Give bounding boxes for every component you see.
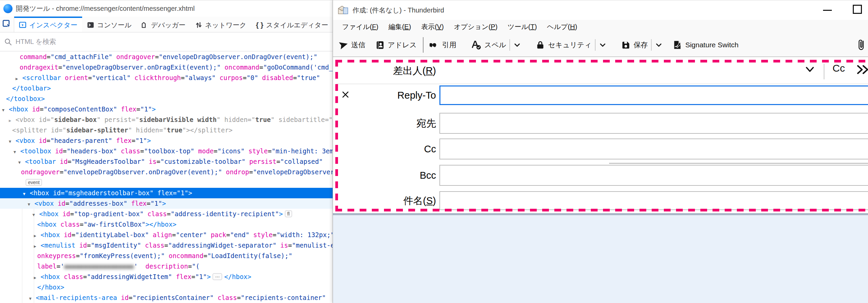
- search-icon: [4, 38, 12, 46]
- cc-toggle-button[interactable]: Cc: [833, 62, 845, 74]
- markup-line[interactable]: ▶<hbox class="addressingWidgetItem" flex…: [0, 272, 333, 282]
- security-dropdown-button[interactable]: [599, 41, 606, 49]
- markup-line[interactable]: ▼<toolbar id="MsgHeadersToolbar" is="cus…: [0, 156, 333, 167]
- devtools-tab-bar: インスペクター コンソール デバッガー ネットワー: [0, 17, 333, 32]
- expand-arrow-open-icon[interactable]: ▼: [32, 210, 39, 220]
- markup-text: =: [243, 74, 246, 81]
- expand-arrow-open-icon[interactable]: ▼: [14, 147, 20, 157]
- cc-input[interactable]: [439, 138, 868, 159]
- devtools-titlebar: 開発ツール - chrome://messenger/content/messe…: [0, 0, 333, 17]
- markup-text: class: [147, 210, 167, 218]
- menu-options[interactable]: オプション(P): [449, 22, 503, 31]
- save-dropdown-button[interactable]: [655, 41, 662, 49]
- markup-line[interactable]: <splitter id="sidebar-splitter" hidden="…: [0, 125, 333, 135]
- markup-text: id: [64, 231, 72, 238]
- expand-arrow-closed-icon[interactable]: ▶: [34, 231, 41, 241]
- markup-text: [276, 242, 280, 249]
- pick-element-button[interactable]: [0, 17, 14, 32]
- markup-line[interactable]: ▼<vbox id="addresses-box" flex="1">: [0, 198, 333, 209]
- expand-arrow-open-icon[interactable]: ▼: [18, 157, 25, 168]
- tab-console[interactable]: コンソール: [82, 17, 136, 32]
- expand-arrow-closed-icon[interactable]: ▶: [34, 241, 41, 252]
- expand-arrow-closed-icon[interactable]: ▶: [16, 74, 22, 84]
- markup-line[interactable]: ondragover="envelopeDragObserver.onDragO…: [0, 167, 333, 177]
- markup-line[interactable]: onkeypress="fromKeyPress(event);" oncomm…: [0, 251, 333, 261]
- markup-text: "headers-parent": [50, 137, 112, 144]
- markup-text: "envelopeDragObserver.onDragOver(event);…: [159, 53, 317, 60]
- expand-arrow-open-icon[interactable]: ▼: [2, 105, 9, 116]
- markup-line[interactable]: ▼<vbox id="headers-parent" flex="1">: [0, 135, 333, 146]
- security-button[interactable]: セキュリティ: [536, 40, 592, 50]
- markup-line[interactable]: ▼<hbox id="msgheaderstoolbar-box" flex="…: [0, 188, 333, 198]
- expand-arrow-open-icon[interactable]: ▼: [29, 294, 36, 303]
- bcc-input[interactable]: [439, 165, 868, 186]
- markup-text: "fromKeyPress(event);": [80, 252, 165, 259]
- menu-file[interactable]: ファイル(F): [337, 22, 383, 31]
- expand-arrow-open-icon[interactable]: ▼: [28, 199, 34, 210]
- send-button[interactable]: 送信: [339, 40, 365, 50]
- markup-line[interactable]: ▼<mail-recipients-area id="recipientsCon…: [0, 293, 333, 303]
- markup-badge[interactable]: event: [26, 179, 42, 186]
- markup-text: id: [63, 210, 70, 218]
- maximize-button[interactable]: [853, 5, 862, 14]
- tab-debugger[interactable]: デバッガー: [136, 17, 190, 32]
- quote-button[interactable]: 引用: [430, 40, 456, 50]
- address-button[interactable]: アドレス: [376, 40, 417, 50]
- markup-badge[interactable]: ⋯: [213, 273, 222, 280]
- tab-inspector[interactable]: インスペクター: [14, 17, 82, 32]
- subject-input[interactable]: [439, 191, 868, 210]
- reply-to-input[interactable]: [439, 85, 868, 105]
- from-dropdown-button[interactable]: [805, 65, 815, 75]
- quote-icon: [430, 40, 439, 50]
- menu-help[interactable]: ヘルプ(H): [542, 22, 582, 31]
- tab-network[interactable]: ネットワーク: [190, 17, 251, 32]
- menu-view[interactable]: 表示(V): [416, 22, 449, 31]
- markup-badge[interactable]: fl: [285, 210, 292, 217]
- to-label: 宛先: [333, 113, 436, 134]
- markup-line[interactable]: event: [0, 177, 333, 188]
- markup-line[interactable]: ▼<toolbox id="headers-box" class="toolbo…: [0, 146, 333, 156]
- markup-line[interactable]: ondragexit="envelopeDragObserver.onDragE…: [0, 62, 333, 73]
- markup-text: id: [79, 242, 87, 249]
- markup-text: =: [80, 221, 83, 228]
- markup-text: pack: [211, 231, 226, 238]
- markup-text: "toolbox-top": [144, 147, 194, 155]
- expand-arrow-open-icon[interactable]: ▼: [9, 136, 16, 147]
- menu-edit[interactable]: 編集(E): [383, 22, 416, 31]
- menu-tools[interactable]: ツール(T): [503, 22, 542, 31]
- markup-line[interactable]: ▼<hbox id="composeContentBox" flex="1">: [0, 104, 333, 115]
- markup-line[interactable]: <hbox class="aw-firstColBox"></hbox>: [0, 219, 333, 230]
- markup-text: ></hbox>: [145, 221, 176, 228]
- expand-arrow-closed-icon[interactable]: ▶: [9, 116, 16, 126]
- markup-line[interactable]: label='●●●●●●●●●●●●●●●●●●' description="…: [0, 261, 333, 272]
- markup-text: class: [121, 147, 140, 155]
- markup-text: flex: [116, 137, 131, 144]
- attach-button[interactable]: [857, 38, 866, 53]
- expand-arrow-closed-icon[interactable]: ▶: [34, 273, 41, 283]
- markup-line[interactable]: command="cmd_attachFile" ondragover="env…: [0, 52, 333, 62]
- markup-line[interactable]: ▶<scrollbar orient="vertical" clickthrou…: [0, 73, 333, 83]
- markup-line[interactable]: </toolbar>: [0, 83, 333, 94]
- tab-style-editor[interactable]: { } スタイルエディター: [251, 17, 333, 32]
- markup-line[interactable]: ▶<vbox id="sidebar-box" persist="sidebar…: [0, 115, 333, 125]
- markup-line[interactable]: ▼<hbox id="top-gradient-box" class="addr…: [0, 209, 333, 219]
- markup-text: description: [145, 262, 188, 270]
- markup-line[interactable]: </toolbox>: [0, 94, 333, 104]
- from-label[interactable]: 差出人(R): [333, 60, 436, 81]
- markup-text: oncommand: [224, 64, 259, 71]
- markup-text: [214, 294, 217, 301]
- html-search-input[interactable]: HTML を検索: [0, 32, 333, 51]
- compose-body-area[interactable]: [333, 215, 868, 303]
- to-input[interactable]: [439, 113, 868, 134]
- signature-switch-button[interactable]: Signature Switch: [673, 40, 739, 50]
- markup-line[interactable]: ▶<menulist id="msgIdentity" class="addre…: [0, 240, 333, 251]
- expand-arrow-open-icon[interactable]: ▼: [23, 189, 30, 199]
- markup-line[interactable]: ▶<hbox id="identityLabel-box" align="cen…: [0, 230, 333, 240]
- markup-text: [258, 74, 262, 81]
- markup-line[interactable]: </hbox>: [0, 282, 333, 293]
- spell-dropdown-button[interactable]: [513, 41, 521, 49]
- more-recipients-button[interactable]: [856, 65, 868, 76]
- spell-button[interactable]: スペル: [471, 40, 506, 50]
- minimize-button[interactable]: [823, 10, 832, 11]
- save-button[interactable]: 保存: [621, 40, 648, 50]
